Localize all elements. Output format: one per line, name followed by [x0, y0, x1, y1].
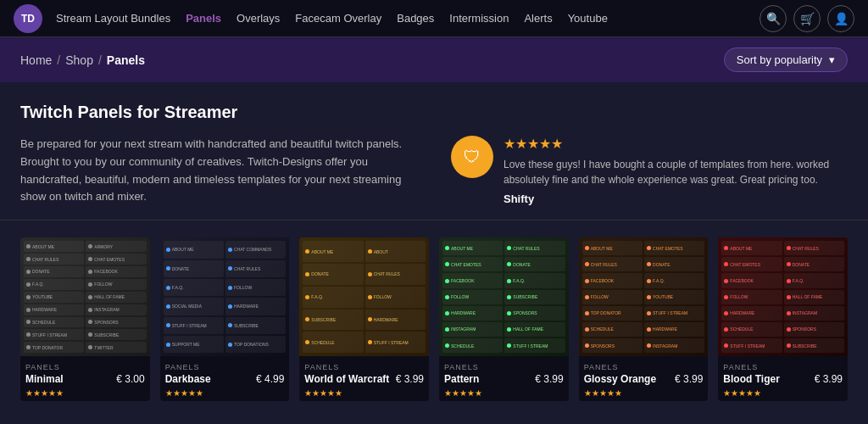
panel-item: F.A.Q. — [164, 279, 224, 296]
nav-panels[interactable]: Panels — [186, 12, 221, 25]
panel-item: FACEBOOK — [86, 266, 146, 277]
nav-alerts[interactable]: Alerts — [524, 12, 552, 25]
product-label: PANELS — [304, 363, 424, 371]
panel-item: HALL OF FAME — [784, 290, 844, 304]
product-label: PANELS — [165, 363, 285, 371]
panel-item: YOUTUBE — [644, 290, 704, 304]
panel-item: INSTAGRAM — [86, 304, 146, 315]
nav-links: Stream Layout Bundles Panels Overlays Fa… — [56, 12, 760, 25]
product-name: Blood Tiger — [723, 373, 779, 385]
panel-item: FOLLOW — [225, 279, 286, 296]
panel-item: CHAT EMOTES — [644, 241, 704, 255]
panel-item: SCHEDULE — [442, 338, 503, 353]
panel-item: SCHEDULE — [303, 332, 363, 353]
panel-item: FOLLOW — [86, 279, 146, 290]
panel-item: SOCIAL MEDIA — [164, 298, 224, 315]
panel-item: F.A.Q. — [784, 273, 844, 287]
panel-item: SUBSCRIBE — [784, 338, 844, 353]
panel-item: FACEBOOK — [721, 273, 782, 287]
product-stars: ★★★★★ — [444, 388, 564, 398]
panel-item: STUFF I STREAM — [164, 317, 224, 334]
nav-facecam[interactable]: Facecam Overlay — [295, 12, 381, 25]
user-button[interactable]: 👤 — [827, 5, 854, 32]
panel-item: ABOUT — [365, 241, 426, 262]
product-card-minimal[interactable]: ABOUT ME ARMORY CHAT RULES CHAT EMOTES D… — [20, 237, 150, 401]
product-card-warcraft[interactable]: ABOUT ME ABOUT DONATE CHAT RULES F.A.Q. … — [299, 237, 429, 401]
panel-item: ARMORY — [86, 241, 146, 252]
product-name: Pattern — [444, 373, 479, 385]
breadcrumb: Home / Shop / Panels — [20, 53, 145, 67]
panel-item: ABOUT ME — [442, 241, 503, 255]
panel-item: SCHEDULE — [582, 322, 643, 337]
testimonial-text: Love these guys! I have bought a couple … — [504, 157, 848, 187]
page-intro: Be prepared for your next stream with ha… — [20, 136, 848, 206]
panel-item: CHAT EMOTES — [442, 257, 503, 271]
cart-button[interactable]: 🛒 — [793, 5, 821, 32]
panel-item: STUFF I STREAM — [24, 329, 84, 340]
breadcrumb-sep-2: / — [98, 53, 102, 67]
nav-intermission[interactable]: Intermission — [449, 12, 509, 25]
sort-dropdown[interactable]: Sort by popularity ▾ — [724, 47, 848, 72]
panel-item: TOP DONATOR — [24, 342, 84, 353]
nav-youtube[interactable]: Youtube — [568, 12, 608, 25]
product-image-minimal: ABOUT ME ARMORY CHAT RULES CHAT EMOTES D… — [20, 237, 150, 356]
panel-item: HALL OF FAME — [504, 322, 565, 337]
page-header: Twitch Panels for Streamer Be prepared f… — [0, 82, 868, 220]
nav-icons: 🔍 🛒 👤 — [760, 5, 854, 32]
nav-overlays[interactable]: Overlays — [236, 12, 280, 25]
panel-item: INSTAGRAM — [784, 306, 844, 321]
product-name-price: Blood Tiger € 3.99 — [723, 373, 843, 385]
product-image-warcraft: ABOUT ME ABOUT DONATE CHAT RULES F.A.Q. … — [299, 237, 429, 356]
product-name: Darkbase — [165, 373, 211, 385]
product-card-darkbase[interactable]: ABOUT ME CHAT COMMANDS DONATE CHAT RULES… — [160, 237, 290, 401]
panel-item: INSTAGRAM — [442, 322, 503, 337]
user-icon: 👤 — [834, 12, 849, 25]
product-stars: ★★★★★ — [304, 388, 424, 398]
breadcrumb-shop[interactable]: Shop — [65, 53, 93, 67]
panel-item: F.A.Q. — [24, 279, 84, 290]
panel-item: STUFF I STREAM — [644, 306, 704, 321]
product-card-blood-tiger[interactable]: ABOUT ME CHAT RULES CHAT EMOTES DONATE F… — [718, 237, 848, 401]
panel-item: SPONSORS — [582, 338, 643, 353]
product-footer: PANELS Darkbase € 4.99 ★★★★★ — [160, 356, 290, 401]
panel-item: F.A.Q. — [303, 287, 363, 308]
product-label: PANELS — [723, 363, 843, 371]
product-image-blood: ABOUT ME CHAT RULES CHAT EMOTES DONATE F… — [718, 237, 848, 356]
product-name-price: Pattern € 3.99 — [444, 373, 564, 385]
panel-item: YOUTUBE — [24, 292, 84, 303]
panel-item: STUFF I STREAM — [721, 338, 782, 353]
product-stars: ★★★★★ — [584, 388, 704, 398]
panel-item: HARDWARE — [24, 304, 84, 315]
product-price: € 4.99 — [256, 373, 284, 385]
panel-item: TOP DONATIONS — [225, 336, 286, 353]
panel-item: CHAT RULES — [365, 264, 426, 285]
panel-item: DONATE — [303, 264, 363, 285]
testimonial-stars: ★★★★★ — [504, 136, 848, 152]
search-button[interactable]: 🔍 — [760, 5, 787, 32]
panel-item: ABOUT ME — [582, 241, 643, 255]
panel-item: TOP DONATOR — [582, 306, 643, 321]
product-name-price: Minimal € 3.00 — [25, 373, 145, 385]
nav-stream-layout[interactable]: Stream Layout Bundles — [56, 12, 170, 25]
panel-item: TWITTER — [86, 342, 146, 353]
panel-item: CHAT EMOTES — [721, 257, 782, 271]
breadcrumb-home[interactable]: Home — [20, 53, 52, 67]
product-name-price: World of Warcraft € 3.99 — [304, 373, 424, 385]
logo[interactable]: TD — [14, 4, 42, 33]
product-price: € 3.99 — [396, 373, 424, 385]
panel-item: HARDWARE — [644, 322, 704, 337]
panel-item: INSTAGRAM — [644, 338, 704, 353]
panel-item: FOLLOW — [365, 287, 426, 308]
products-section: ABOUT ME ARMORY CHAT RULES CHAT EMOTES D… — [0, 220, 868, 418]
product-footer: PANELS Minimal € 3.00 ★★★★★ — [20, 356, 150, 401]
product-label: PANELS — [444, 363, 564, 371]
product-footer: PANELS Pattern € 3.99 ★★★★★ — [439, 356, 569, 401]
product-stars: ★★★★★ — [25, 388, 145, 398]
nav-badges[interactable]: Badges — [397, 12, 434, 25]
products-grid: ABOUT ME ARMORY CHAT RULES CHAT EMOTES D… — [20, 237, 848, 401]
product-card-glossy[interactable]: ABOUT ME CHAT EMOTES CHAT RULES DONATE F… — [579, 237, 709, 401]
product-card-pattern[interactable]: ABOUT ME CHAT RULES CHAT EMOTES DONATE F… — [439, 237, 569, 401]
panel-item: SCHEDULE — [24, 317, 84, 328]
page-title: Twitch Panels for Streamer — [20, 103, 848, 122]
testimonial-content: ★★★★★ Love these guys! I have bought a c… — [504, 136, 848, 205]
